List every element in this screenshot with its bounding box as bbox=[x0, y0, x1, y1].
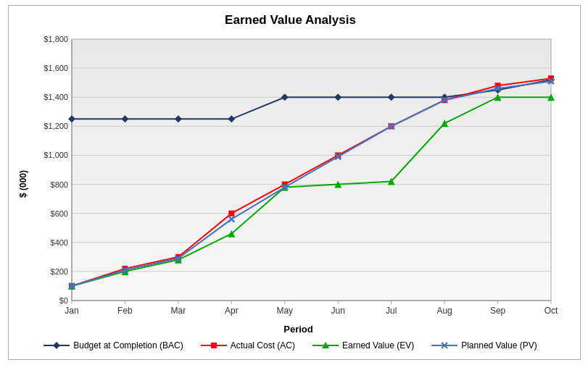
svg-text:Feb: Feb bbox=[117, 306, 133, 316]
legend-item: Planned Value (PV) bbox=[431, 340, 537, 351]
svg-text:Apr: Apr bbox=[224, 306, 238, 316]
svg-text:$800: $800 bbox=[50, 180, 67, 189]
legend-label: Planned Value (PV) bbox=[461, 340, 537, 351]
svg-text:Sep: Sep bbox=[489, 306, 505, 316]
svg-text:$200: $200 bbox=[50, 267, 67, 276]
chart-area: $ (000) $0$200$400$600$800$1,000$1,200$1… bbox=[16, 32, 566, 336]
legend-label: Budget at Completion (BAC) bbox=[73, 340, 183, 351]
legend-item: Earned Value (EV) bbox=[312, 340, 414, 351]
svg-marker-94 bbox=[53, 342, 60, 349]
svg-text:Aug: Aug bbox=[436, 306, 452, 316]
svg-text:$400: $400 bbox=[50, 238, 67, 247]
x-axis-label: Period bbox=[32, 324, 566, 336]
legend-item: Actual Cost (AC) bbox=[201, 340, 295, 351]
svg-rect-56 bbox=[228, 211, 234, 217]
svg-text:Jan: Jan bbox=[65, 306, 78, 316]
svg-rect-96 bbox=[211, 343, 217, 348]
legend-label: Actual Cost (AC) bbox=[231, 340, 295, 351]
svg-text:Mar: Mar bbox=[170, 306, 186, 316]
svg-text:$1,200: $1,200 bbox=[44, 122, 68, 130]
svg-text:$1,400: $1,400 bbox=[44, 93, 68, 101]
legend-item: Budget at Completion (BAC) bbox=[44, 340, 183, 351]
legend: Budget at Completion (BAC)Actual Cost (A… bbox=[44, 340, 537, 351]
svg-text:Oct: Oct bbox=[544, 306, 558, 316]
chart-container: Earned Value Analysis $ (000) $0$200$400… bbox=[8, 5, 581, 360]
svg-text:Jul: Jul bbox=[385, 306, 396, 316]
svg-text:$1,600: $1,600 bbox=[44, 64, 68, 72]
chart-title: Earned Value Analysis bbox=[225, 13, 356, 28]
svg-text:May: May bbox=[276, 306, 293, 316]
svg-text:$1,800: $1,800 bbox=[44, 35, 68, 43]
svg-text:$0: $0 bbox=[59, 296, 67, 305]
svg-text:$600: $600 bbox=[50, 209, 67, 218]
chart-svg: $0$200$400$600$800$1,000$1,200$1,400$1,6… bbox=[32, 32, 566, 322]
legend-label: Earned Value (EV) bbox=[342, 340, 414, 351]
svg-text:Jun: Jun bbox=[331, 306, 344, 316]
svg-text:$1,000: $1,000 bbox=[44, 151, 68, 159]
y-axis-label: $ (000) bbox=[16, 32, 30, 336]
chart-inner: $0$200$400$600$800$1,000$1,200$1,400$1,6… bbox=[32, 32, 566, 336]
